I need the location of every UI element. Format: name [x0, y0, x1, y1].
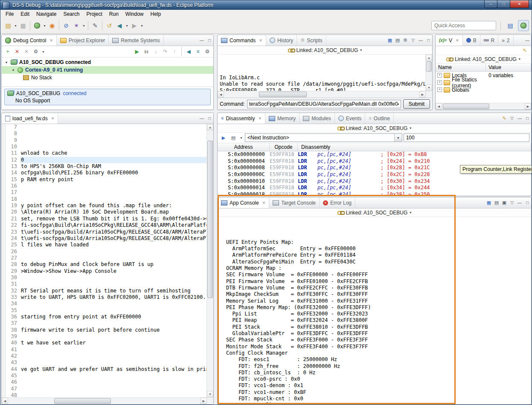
tab-remote-systems[interactable]: Remote Systems — [109, 35, 163, 46]
new-wizard-dropdown-icon[interactable]: ▾ — [13, 20, 18, 31]
console-settings-icon[interactable]: ⚙ — [401, 35, 409, 46]
tab-overflow[interactable]: » 2 — [498, 35, 513, 46]
tab-memory[interactable]: Memory — [265, 113, 299, 124]
skip-all-breakpoints-icon[interactable]: ⊘ — [61, 20, 71, 31]
instruction-count-input[interactable] — [404, 134, 529, 142]
commands-vertical-scrollbar[interactable]: ▲ ▼ — [425, 55, 432, 91]
close-window-button[interactable]: ✕ — [510, 0, 529, 8]
variables-horizontal-scrollbar[interactable]: ◀ ▶ — [436, 103, 531, 110]
tab-target-console[interactable]: Target Console — [269, 197, 320, 208]
save-console-icon[interactable]: ▦ — [485, 197, 493, 208]
tab-commands[interactable]: Commands ✕ — [218, 35, 266, 46]
debug-dropdown-icon[interactable]: ▾ — [42, 20, 47, 31]
annotate-icon[interactable]: ✎ — [90, 20, 100, 31]
tree-item-core[interactable]: ▾ Cortex-A9_0 #1 running — [2, 66, 213, 74]
commands-horizontal-scrollbar[interactable]: ◀ ▶ — [218, 91, 432, 98]
command-input[interactable] — [247, 100, 401, 108]
app-console-output[interactable]: UEFI Entry Points Map: ArmPlatformSec En… — [218, 217, 531, 404]
maximize-panel-icon[interactable]: □ — [424, 35, 432, 46]
menu-item[interactable]: Search — [60, 10, 83, 18]
interrupt-icon[interactable]: ▮▮ — [142, 47, 151, 56]
quick-access-input[interactable] — [431, 21, 496, 30]
view-menu-icon[interactable]: ▽ — [409, 35, 417, 46]
connect-target-icon[interactable]: + — [3, 47, 12, 56]
debug-config-icon[interactable]: ⚙ — [203, 47, 212, 56]
scrollbar-thumb[interactable] — [54, 398, 111, 404]
scroll-up-icon[interactable]: ▲ — [426, 55, 432, 61]
column-header-opcode[interactable]: Opcode — [270, 143, 298, 151]
minimize-panel-icon[interactable]: — — [417, 35, 424, 46]
scrollbar-thumb[interactable] — [207, 141, 213, 298]
remove-all-connections-icon[interactable]: ✕ — [22, 47, 31, 56]
external-tools-dropdown-icon[interactable]: ▾ — [81, 20, 86, 31]
maximize-panel-icon[interactable]: □ — [523, 113, 531, 124]
scroll-right-icon[interactable]: ▶ — [419, 91, 426, 98]
tab-modules[interactable]: Modules — [299, 113, 334, 124]
tree-item-stack[interactable]: No Stack — [2, 74, 213, 81]
menu-item[interactable]: Run — [106, 10, 122, 18]
column-header-address[interactable]: Address — [218, 143, 270, 151]
tab-scripts[interactable]: ⚙ Scripts — [297, 35, 326, 46]
disassembly-row[interactable]: S:0x00000004 E59FF018 LDR pc,[pc,#24] ; … — [218, 158, 531, 165]
forward-dropdown-icon[interactable]: ▾ — [140, 20, 144, 31]
tab-breakpoints[interactable]: B — [463, 35, 480, 46]
maximize-panel-icon[interactable]: □ — [523, 197, 531, 208]
menu-item[interactable]: Project — [83, 10, 105, 18]
tab-app-console[interactable]: App Console ✕ — [218, 197, 269, 208]
scroll-down-icon[interactable]: ▼ — [426, 84, 432, 91]
expand-icon[interactable]: + — [437, 87, 442, 92]
tab-registers[interactable]: 010 R — [480, 35, 499, 46]
menu-item[interactable]: Help — [147, 10, 165, 18]
scroll-left-icon[interactable]: ◀ — [436, 103, 442, 110]
address-history-dropdown-icon[interactable]: ▾ — [239, 133, 244, 143]
column-header-disassembly[interactable]: Disassembly — [298, 143, 531, 151]
scrollbar-thumb[interactable] — [426, 61, 432, 72]
last-edit-location-icon[interactable]: ↺ — [104, 20, 114, 31]
tab-project-explorer[interactable]: Project Explorer — [57, 35, 109, 46]
back-icon[interactable]: ◀ — [114, 20, 125, 31]
menu-item[interactable]: File — [2, 10, 17, 18]
disconnect-target-icon[interactable]: ✕ — [13, 47, 21, 56]
minimize-window-button[interactable]: – — [484, 0, 497, 8]
feed-icon[interactable]: ◉ — [47, 20, 57, 31]
connection-dropdown-icon[interactable]: ▾ — [41, 46, 46, 57]
linked-target-bar[interactable]: Linked: A10_SOC_DEBUG ▾ — [436, 55, 531, 64]
edit-linked-icon[interactable]: ✎ — [500, 113, 508, 124]
show-instruction-icon[interactable]: ≡ — [194, 47, 202, 56]
debug-icon[interactable] — [32, 20, 42, 31]
disassembly-row[interactable]: S:0x00000000 E59FF018 LDR pc,[pc,#24] ; … — [218, 151, 531, 158]
submit-button[interactable]: Submit — [403, 99, 430, 109]
address-combo[interactable]: <Next Instruction> ▾ — [245, 133, 402, 142]
disassembly-table[interactable]: S:0x00000000 E59FF018 LDR pc,[pc,#24] ; … — [218, 151, 531, 196]
minimize-panel-icon[interactable]: — — [198, 35, 206, 46]
view-menu-icon[interactable]: ▽ — [508, 113, 516, 124]
external-tools-icon[interactable]: ✶ — [71, 20, 81, 31]
maximize-window-button[interactable]: □ — [497, 0, 510, 8]
step-into-icon[interactable]: ↓ — [151, 47, 160, 56]
save-icon[interactable]: ▦ — [18, 20, 28, 31]
menu-item[interactable]: Navigate — [33, 10, 60, 18]
expand-icon[interactable]: + — [437, 80, 442, 85]
close-icon[interactable]: ✕ — [51, 116, 55, 121]
continue-icon[interactable]: ▶ — [133, 47, 141, 56]
tab-error-log[interactable]: ✕ Error Log — [320, 197, 355, 208]
goto-pc-icon[interactable]: ▶ — [219, 133, 228, 142]
tab-load-uefi-fw[interactable]: load_uefi_fw.ds ✕ — [2, 113, 58, 124]
step-out-icon[interactable]: ↑ — [170, 47, 179, 56]
column-header-name[interactable]: Name — [436, 64, 486, 71]
edit-variable-icon[interactable]: ✎ — [521, 48, 529, 53]
disassembly-row[interactable]: S:0x00000014 E59FF018 LDR pc,[pc,#24] ; … — [218, 185, 531, 191]
tab-debug-control[interactable]: Debug Control ✕ — [2, 35, 57, 46]
step-over-icon[interactable]: ↷ — [161, 47, 169, 56]
close-icon[interactable]: ✕ — [49, 38, 53, 43]
disassembly-row[interactable]: S:0x00000018 E59FF018 LDR pc,[pc,#24] ; … — [218, 191, 531, 196]
tab-events[interactable]: Events — [335, 113, 366, 124]
tab-disassembly[interactable]: ≡ Disassembly ✕ — [218, 113, 265, 124]
open-new-console-icon[interactable]: ▤ — [493, 197, 500, 208]
scroll-up-icon[interactable]: ▲ — [207, 124, 213, 130]
tab-history[interactable]: History — [266, 35, 297, 46]
new-wizard-icon[interactable]: ▤ — [3, 20, 13, 31]
save-console-icon[interactable]: ▦ — [386, 35, 394, 46]
maximize-panel-icon[interactable]: □ — [206, 113, 213, 124]
editor-vertical-scrollbar[interactable]: ▲ ▼ — [206, 124, 213, 397]
